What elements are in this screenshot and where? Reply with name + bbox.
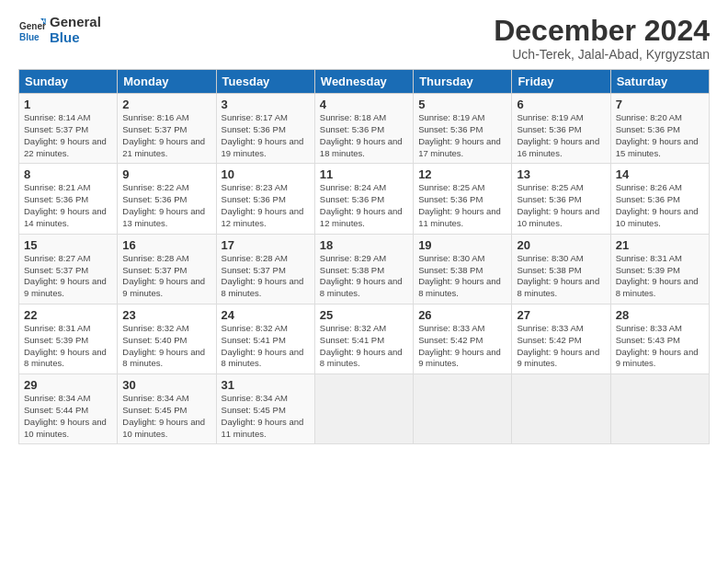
day-number: 31 [222, 378, 310, 392]
day-cell: 19Sunrise: 8:30 AMSunset: 5:38 PMDayligh… [414, 234, 512, 304]
day-number: 27 [517, 308, 605, 322]
week-row-2: 15Sunrise: 8:27 AMSunset: 5:37 PMDayligh… [19, 234, 710, 304]
logo-icon: General Blue [18, 17, 46, 44]
col-header-tuesday: Tuesday [216, 70, 314, 94]
day-number: 7 [616, 98, 704, 111]
title-block: December 2024 Uch-Terek, Jalal-Abad, Kyr… [494, 15, 710, 62]
day-cell: 28Sunrise: 8:33 AMSunset: 5:43 PMDayligh… [610, 304, 709, 373]
col-header-monday: Monday [118, 70, 216, 94]
day-number: 11 [320, 167, 408, 181]
day-detail: Sunrise: 8:24 AMSunset: 5:36 PMDaylight:… [320, 182, 408, 229]
day-detail: Sunrise: 8:25 AMSunset: 5:36 PMDaylight:… [517, 182, 605, 229]
day-number: 10 [222, 167, 310, 181]
day-cell: 24Sunrise: 8:32 AMSunset: 5:41 PMDayligh… [216, 304, 314, 373]
logo: General Blue General Blue [18, 15, 101, 45]
day-number: 4 [320, 98, 408, 111]
col-header-wednesday: Wednesday [314, 70, 413, 94]
day-detail: Sunrise: 8:30 AMSunset: 5:38 PMDaylight:… [517, 253, 605, 300]
day-detail: Sunrise: 8:33 AMSunset: 5:43 PMDaylight:… [616, 323, 704, 370]
calendar-table: SundayMondayTuesdayWednesdayThursdayFrid… [18, 69, 710, 444]
day-detail: Sunrise: 8:18 AMSunset: 5:36 PMDaylight:… [320, 112, 408, 159]
day-cell: 8Sunrise: 8:21 AMSunset: 5:36 PMDaylight… [19, 164, 118, 234]
day-detail: Sunrise: 8:27 AMSunset: 5:37 PMDaylight:… [24, 253, 112, 300]
day-detail: Sunrise: 8:17 AMSunset: 5:36 PMDaylight:… [222, 112, 310, 159]
day-detail: Sunrise: 8:28 AMSunset: 5:37 PMDaylight:… [222, 253, 310, 300]
day-number: 19 [418, 238, 506, 252]
day-cell: 14Sunrise: 8:26 AMSunset: 5:36 PMDayligh… [610, 164, 709, 234]
day-cell: 15Sunrise: 8:27 AMSunset: 5:37 PMDayligh… [19, 234, 118, 304]
day-cell: 21Sunrise: 8:31 AMSunset: 5:39 PMDayligh… [610, 234, 709, 304]
day-detail: Sunrise: 8:26 AMSunset: 5:36 PMDaylight:… [616, 182, 704, 229]
day-cell: 13Sunrise: 8:25 AMSunset: 5:36 PMDayligh… [512, 164, 610, 234]
day-cell: 27Sunrise: 8:33 AMSunset: 5:42 PMDayligh… [512, 304, 610, 373]
day-number: 28 [616, 308, 704, 322]
day-cell: 22Sunrise: 8:31 AMSunset: 5:39 PMDayligh… [19, 304, 118, 373]
day-detail: Sunrise: 8:34 AMSunset: 5:45 PMDaylight:… [122, 393, 210, 440]
week-row-1: 8Sunrise: 8:21 AMSunset: 5:36 PMDaylight… [19, 164, 710, 234]
day-detail: Sunrise: 8:22 AMSunset: 5:36 PMDaylight:… [122, 182, 210, 229]
day-detail: Sunrise: 8:33 AMSunset: 5:42 PMDaylight:… [517, 323, 605, 370]
col-header-thursday: Thursday [414, 70, 512, 94]
day-detail: Sunrise: 8:32 AMSunset: 5:40 PMDaylight:… [122, 323, 210, 370]
day-cell: 10Sunrise: 8:23 AMSunset: 5:36 PMDayligh… [216, 164, 314, 234]
day-number: 14 [616, 167, 704, 181]
day-number: 13 [517, 167, 605, 181]
day-number: 17 [222, 238, 310, 252]
day-cell [314, 374, 413, 444]
day-cell: 30Sunrise: 8:34 AMSunset: 5:45 PMDayligh… [118, 374, 216, 444]
day-cell: 9Sunrise: 8:22 AMSunset: 5:36 PMDaylight… [118, 164, 216, 234]
day-detail: Sunrise: 8:34 AMSunset: 5:44 PMDaylight:… [24, 393, 112, 440]
col-header-sunday: Sunday [19, 70, 118, 94]
day-cell: 23Sunrise: 8:32 AMSunset: 5:40 PMDayligh… [118, 304, 216, 373]
day-detail: Sunrise: 8:28 AMSunset: 5:37 PMDaylight:… [122, 253, 210, 300]
day-number: 3 [222, 98, 310, 111]
day-cell: 3Sunrise: 8:17 AMSunset: 5:36 PMDaylight… [216, 94, 314, 164]
day-number: 5 [418, 98, 506, 111]
day-cell: 20Sunrise: 8:30 AMSunset: 5:38 PMDayligh… [512, 234, 610, 304]
day-cell: 17Sunrise: 8:28 AMSunset: 5:37 PMDayligh… [216, 234, 314, 304]
day-detail: Sunrise: 8:19 AMSunset: 5:36 PMDaylight:… [517, 112, 605, 159]
day-number: 9 [122, 167, 210, 181]
svg-text:Blue: Blue [19, 32, 40, 42]
day-number: 30 [122, 378, 210, 392]
week-row-0: 1Sunrise: 8:14 AMSunset: 5:37 PMDaylight… [19, 94, 710, 164]
day-number: 12 [418, 167, 506, 181]
day-cell: 7Sunrise: 8:20 AMSunset: 5:36 PMDaylight… [610, 94, 709, 164]
day-detail: Sunrise: 8:14 AMSunset: 5:37 PMDaylight:… [24, 112, 112, 159]
day-cell: 29Sunrise: 8:34 AMSunset: 5:44 PMDayligh… [19, 374, 118, 444]
day-number: 23 [122, 308, 210, 322]
week-row-3: 22Sunrise: 8:31 AMSunset: 5:39 PMDayligh… [19, 304, 710, 373]
header-row: SundayMondayTuesdayWednesdayThursdayFrid… [19, 70, 710, 94]
day-number: 21 [616, 238, 704, 252]
day-detail: Sunrise: 8:30 AMSunset: 5:38 PMDaylight:… [418, 253, 506, 300]
day-detail: Sunrise: 8:31 AMSunset: 5:39 PMDaylight:… [24, 323, 112, 370]
week-row-4: 29Sunrise: 8:34 AMSunset: 5:44 PMDayligh… [19, 374, 710, 444]
logo-general-text: General [50, 15, 101, 30]
svg-text:General: General [19, 21, 46, 31]
day-number: 2 [122, 98, 210, 111]
month-title: December 2024 [494, 15, 710, 47]
col-header-saturday: Saturday [610, 70, 709, 94]
day-number: 24 [222, 308, 310, 322]
logo-blue-text: Blue [50, 30, 101, 46]
location-subtitle: Uch-Terek, Jalal-Abad, Kyrgyzstan [494, 47, 710, 62]
logo-text: General Blue [50, 15, 101, 45]
day-number: 1 [24, 98, 112, 111]
day-number: 6 [517, 98, 605, 111]
day-detail: Sunrise: 8:34 AMSunset: 5:45 PMDaylight:… [222, 393, 310, 440]
day-cell: 31Sunrise: 8:34 AMSunset: 5:45 PMDayligh… [216, 374, 314, 444]
day-cell: 12Sunrise: 8:25 AMSunset: 5:36 PMDayligh… [414, 164, 512, 234]
day-detail: Sunrise: 8:20 AMSunset: 5:36 PMDaylight:… [616, 112, 704, 159]
day-cell: 2Sunrise: 8:16 AMSunset: 5:37 PMDaylight… [118, 94, 216, 164]
day-detail: Sunrise: 8:29 AMSunset: 5:38 PMDaylight:… [320, 253, 408, 300]
day-detail: Sunrise: 8:23 AMSunset: 5:36 PMDaylight:… [222, 182, 310, 229]
col-header-friday: Friday [512, 70, 610, 94]
day-number: 26 [418, 308, 506, 322]
day-number: 8 [24, 167, 112, 181]
day-detail: Sunrise: 8:16 AMSunset: 5:37 PMDaylight:… [122, 112, 210, 159]
day-cell: 6Sunrise: 8:19 AMSunset: 5:36 PMDaylight… [512, 94, 610, 164]
day-cell: 25Sunrise: 8:32 AMSunset: 5:41 PMDayligh… [314, 304, 413, 373]
day-detail: Sunrise: 8:19 AMSunset: 5:36 PMDaylight:… [418, 112, 506, 159]
day-detail: Sunrise: 8:21 AMSunset: 5:36 PMDaylight:… [24, 182, 112, 229]
day-number: 16 [122, 238, 210, 252]
